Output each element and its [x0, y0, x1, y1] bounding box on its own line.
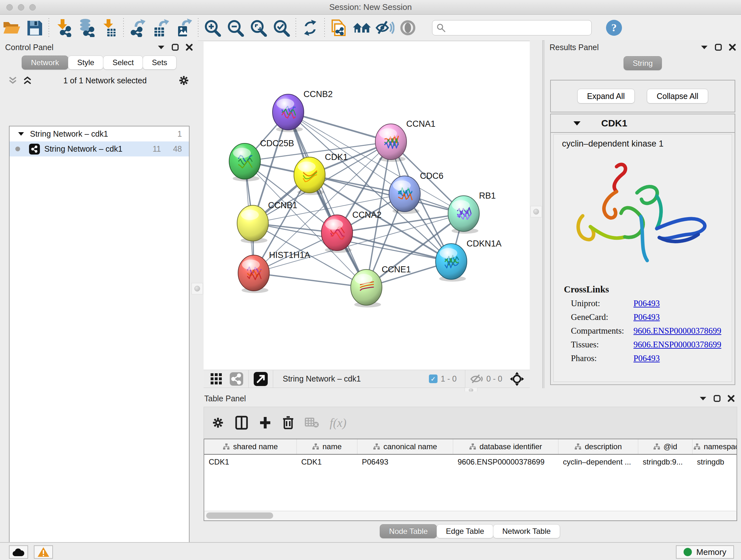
table-cell[interactable]: stringdb:9...	[638, 457, 692, 466]
panel-menu-icon[interactable]	[701, 45, 708, 50]
collection-expand-caret-icon[interactable]	[18, 132, 24, 136]
close-panel-icon[interactable]	[729, 44, 736, 51]
crosslink-link[interactable]: P06493	[633, 299, 660, 308]
show-columns-icon[interactable]	[235, 416, 248, 430]
tab-node-table[interactable]: Node Table	[380, 524, 437, 538]
column-type-icon	[312, 443, 319, 450]
right-splitter-handle[interactable]	[530, 206, 542, 217]
tab-string-results[interactable]: String	[623, 56, 662, 70]
network-node-cdk1[interactable]: CDK1	[294, 152, 348, 195]
table-horizontal-scrollbar[interactable]	[204, 511, 737, 521]
help-button[interactable]: ?	[603, 17, 625, 38]
network-canvas[interactable]: CCNB2CCNA1CDC25BCDK1CDC6RB1CCNB1CCNA2CDK…	[204, 42, 530, 370]
tab-style[interactable]: Style	[68, 56, 104, 70]
column-header--id[interactable]: @id	[638, 439, 692, 454]
tab-sets[interactable]: Sets	[143, 56, 177, 70]
network-collection-row[interactable]: String Network – cdk1 1	[10, 126, 189, 141]
zoom-out-button[interactable]	[224, 17, 247, 38]
tab-select[interactable]: Select	[103, 56, 143, 70]
import-table-file-button[interactable]	[98, 17, 121, 38]
crosslink-link[interactable]: P06493	[633, 354, 660, 363]
column-header-shared-name[interactable]: shared name	[204, 439, 297, 454]
scrollbar-thumb[interactable]	[206, 512, 273, 519]
table-cell[interactable]: 9606.ENSP00000378699	[453, 457, 558, 466]
network-edge[interactable]	[254, 273, 366, 287]
network-node-hist1h1a[interactable]: HIST1H1A	[238, 250, 310, 293]
table-cell[interactable]: CDK1	[204, 457, 297, 466]
crosslink-link[interactable]: 9606.ENSP00000378699	[633, 340, 721, 350]
zoom-in-button[interactable]	[201, 17, 224, 38]
warnings-button[interactable]	[34, 545, 53, 559]
network-node-cdc25b[interactable]: CDC25B	[229, 138, 294, 181]
float-panel-icon[interactable]	[172, 44, 179, 51]
close-panel-icon[interactable]	[186, 44, 193, 51]
search-field[interactable]	[432, 20, 592, 36]
grayscale-mode-button[interactable]	[396, 17, 419, 38]
zoom-selected-button[interactable]	[270, 17, 293, 38]
export-image-button[interactable]	[172, 17, 195, 38]
collapse-all-networks-icon[interactable]	[23, 76, 32, 84]
detach-view-button[interactable]	[254, 372, 268, 386]
tab-network-table[interactable]: Network Table	[493, 524, 560, 538]
column-header-canonical-name[interactable]: canonical name	[357, 439, 453, 454]
tab-network[interactable]: Network	[22, 56, 68, 70]
panel-menu-icon[interactable]	[699, 396, 706, 401]
network-node-cdc6[interactable]: CDC6	[389, 171, 444, 214]
network-options-gear-icon[interactable]	[178, 75, 190, 86]
table-cell[interactable]: stringdb	[692, 457, 737, 466]
import-network-database-button[interactable]	[75, 17, 98, 38]
float-panel-icon[interactable]	[714, 395, 721, 402]
save-floppy-icon	[26, 19, 43, 36]
result-entry-header[interactable]: CDK1	[551, 114, 735, 133]
expand-all-button[interactable]: Expand All	[577, 89, 635, 104]
open-session-button[interactable]	[0, 17, 23, 38]
column-header-name[interactable]: name	[297, 439, 357, 454]
tab-edge-table[interactable]: Edge Table	[436, 524, 493, 538]
save-session-button[interactable]	[23, 17, 46, 38]
show-all-panels-button[interactable]	[350, 17, 374, 38]
table-options-gear-icon[interactable]	[212, 416, 224, 429]
column-header-description[interactable]: description	[558, 439, 638, 454]
export-network-button[interactable]	[126, 17, 149, 38]
cloud-status-button[interactable]	[9, 545, 28, 559]
table-cell[interactable]: P06493	[357, 457, 453, 466]
network-node-ccne1[interactable]: CCNE1	[351, 265, 411, 307]
column-header-database-identifier[interactable]: database identifier	[453, 439, 558, 454]
export-table-button[interactable]	[149, 17, 172, 38]
panel-menu-icon[interactable]	[158, 45, 165, 50]
help-icon: ?	[605, 19, 623, 37]
network-row[interactable]: String Network – cdk1 11 48	[10, 141, 189, 157]
table-row[interactable]: CDK1CDK1P064939606.ENSP00000378699cyclin…	[204, 455, 737, 469]
hidden-eye-icon[interactable]	[470, 374, 483, 384]
column-header-namespac[interactable]: namespac	[692, 439, 737, 454]
hide-all-panels-button[interactable]	[374, 17, 396, 38]
expand-all-networks-icon[interactable]	[8, 76, 17, 84]
table-cell[interactable]: cyclin–dependent ...	[558, 457, 638, 466]
network-edge[interactable]	[288, 112, 366, 287]
network-node-ccnb1[interactable]: CCNB1	[237, 200, 297, 243]
gene-name: CDK1	[601, 118, 627, 129]
show-grid-button[interactable]	[211, 373, 222, 385]
refresh-button[interactable]	[299, 17, 322, 38]
memory-label: Memory	[696, 547, 726, 557]
close-panel-icon[interactable]	[728, 395, 735, 402]
collapse-all-button[interactable]: Collapse All	[647, 89, 709, 104]
left-splitter-handle[interactable]	[192, 283, 203, 294]
search-input[interactable]	[446, 23, 583, 32]
delete-column-icon[interactable]	[282, 416, 294, 430]
network-node-cdkn1a[interactable]: CDKN1A	[435, 239, 502, 282]
memory-button[interactable]: Memory	[676, 545, 734, 559]
crosslink-link[interactable]: P06493	[633, 312, 660, 322]
crosslink-link[interactable]: 9606.ENSP00000378699	[633, 326, 721, 336]
network-node-rb1[interactable]: RB1	[448, 191, 496, 234]
zoom-fit-button[interactable]	[247, 17, 270, 38]
crosshair-move-icon[interactable]	[510, 372, 524, 386]
open-cybrowser-button[interactable]	[327, 17, 350, 38]
selected-indicator-checkbox[interactable]: ✓	[429, 374, 437, 383]
float-panel-icon[interactable]	[715, 44, 722, 51]
table-cell[interactable]: CDK1	[297, 457, 357, 466]
add-column-icon[interactable]	[259, 416, 272, 430]
import-network-file-button[interactable]	[52, 17, 75, 38]
network-birdseye-button[interactable]	[230, 372, 243, 386]
entry-collapse-caret-icon[interactable]	[573, 121, 581, 126]
